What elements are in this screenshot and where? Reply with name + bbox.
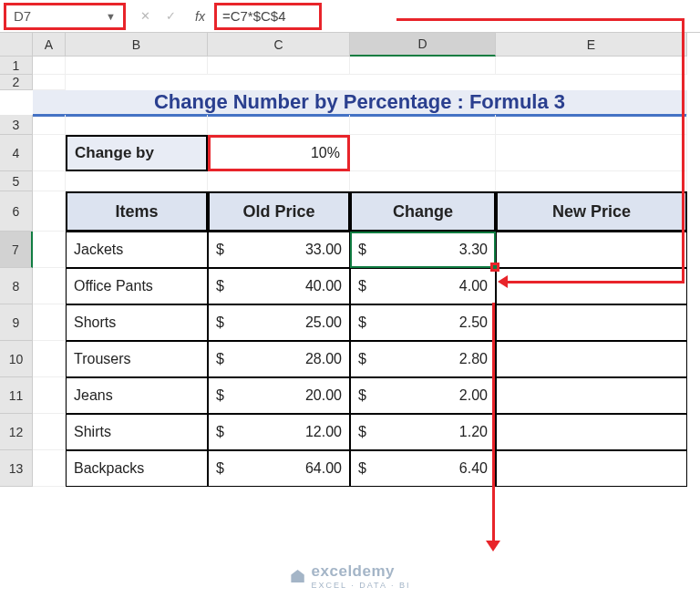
row-header-5[interactable]: 5 bbox=[0, 171, 33, 191]
spreadsheet-grid: A B C D E 1 2 Change Number by Percentag… bbox=[0, 33, 700, 487]
cell-change[interactable]: $2.80 bbox=[350, 341, 496, 377]
value: 2.00 bbox=[459, 387, 488, 404]
cell-item[interactable]: Shirts bbox=[66, 414, 208, 450]
cell-change[interactable]: $2.50 bbox=[350, 304, 496, 341]
fx-icon[interactable]: fx bbox=[190, 9, 211, 24]
watermark-main: exceldemy bbox=[312, 562, 411, 581]
cell-item[interactable]: Jackets bbox=[66, 232, 208, 268]
row-header-13[interactable]: 13 bbox=[0, 450, 33, 487]
value: 64.00 bbox=[305, 460, 342, 477]
cell-old-price[interactable]: $28.00 bbox=[208, 341, 350, 377]
cell-new-price[interactable] bbox=[496, 450, 687, 487]
title-cell[interactable]: Change Number by Percentage : Formula 3 bbox=[33, 90, 687, 117]
cell[interactable] bbox=[496, 115, 687, 135]
cell-old-price[interactable]: $40.00 bbox=[208, 268, 350, 304]
cell[interactable] bbox=[33, 171, 66, 191]
change-by-label[interactable]: Change by bbox=[66, 135, 208, 171]
currency-symbol: $ bbox=[216, 460, 224, 477]
cell-change[interactable]: $6.40 bbox=[350, 450, 496, 487]
cell[interactable] bbox=[33, 191, 66, 232]
cell[interactable] bbox=[66, 115, 208, 135]
cell[interactable] bbox=[33, 135, 66, 171]
cell-new-price[interactable] bbox=[496, 232, 687, 268]
col-header-B[interactable]: B bbox=[66, 33, 208, 57]
col-header-A[interactable]: A bbox=[33, 33, 66, 57]
cell[interactable] bbox=[33, 232, 66, 268]
cell[interactable] bbox=[496, 135, 687, 171]
cell-change-active[interactable]: $3.30 bbox=[350, 232, 496, 268]
cell-item[interactable]: Trousers bbox=[66, 341, 208, 377]
cell[interactable] bbox=[33, 304, 66, 341]
cell[interactable] bbox=[208, 171, 350, 191]
value: 1.20 bbox=[459, 424, 488, 440]
cell-old-price[interactable]: $20.00 bbox=[208, 377, 350, 414]
row-header-10[interactable]: 10 bbox=[0, 341, 33, 377]
value: 6.40 bbox=[459, 460, 488, 477]
currency-symbol: $ bbox=[216, 351, 224, 367]
row-header-6[interactable]: 6 bbox=[0, 191, 33, 232]
row-header-11[interactable]: 11 bbox=[0, 377, 33, 414]
cell[interactable] bbox=[66, 171, 208, 191]
cancel-icon[interactable]: ✕ bbox=[137, 8, 153, 25]
cell[interactable] bbox=[33, 414, 66, 450]
col-header-D[interactable]: D bbox=[350, 33, 496, 57]
cell[interactable] bbox=[208, 115, 350, 135]
cell-new-price[interactable] bbox=[496, 341, 687, 377]
row-header-3[interactable]: 3 bbox=[0, 115, 33, 135]
row-header-9[interactable]: 9 bbox=[0, 304, 33, 341]
cell-old-price[interactable]: $25.00 bbox=[208, 304, 350, 341]
cell-new-price[interactable] bbox=[496, 377, 687, 414]
cell[interactable] bbox=[33, 115, 66, 135]
cell-old-price[interactable]: $12.00 bbox=[208, 414, 350, 450]
cell-change[interactable]: $2.00 bbox=[350, 377, 496, 414]
value: 40.00 bbox=[305, 278, 342, 294]
name-box[interactable]: D7 ▼ bbox=[4, 3, 126, 30]
col-header-C[interactable]: C bbox=[208, 33, 350, 57]
cell-item[interactable]: Shorts bbox=[66, 304, 208, 341]
cell[interactable] bbox=[33, 57, 66, 75]
cell-old-price[interactable]: $64.00 bbox=[208, 450, 350, 487]
cell[interactable] bbox=[350, 135, 496, 171]
cell-new-price[interactable] bbox=[496, 414, 687, 450]
row-header-7[interactable]: 7 bbox=[0, 232, 33, 268]
cell[interactable] bbox=[33, 377, 66, 414]
change-by-value[interactable]: 10% bbox=[208, 135, 350, 171]
col-header-E[interactable]: E bbox=[496, 33, 687, 57]
cell[interactable] bbox=[33, 268, 66, 304]
th-old-price[interactable]: Old Price bbox=[208, 191, 350, 232]
row-header-8[interactable]: 8 bbox=[0, 268, 33, 304]
cell-old-price[interactable]: $33.00 bbox=[208, 232, 350, 268]
cell-change[interactable]: $4.00 bbox=[350, 268, 496, 304]
cell-new-price[interactable] bbox=[496, 304, 687, 341]
cell-new-price[interactable] bbox=[496, 268, 687, 304]
cell[interactable] bbox=[350, 115, 496, 135]
row-header-2[interactable]: 2 bbox=[0, 75, 33, 90]
select-all-corner[interactable] bbox=[0, 33, 33, 57]
row-header-1[interactable]: 1 bbox=[0, 57, 33, 75]
th-change[interactable]: Change bbox=[350, 191, 496, 232]
cell[interactable] bbox=[208, 57, 350, 75]
th-items[interactable]: Items bbox=[66, 191, 208, 232]
value: 25.00 bbox=[305, 314, 342, 331]
formula-input[interactable]: =C7*$C$4 bbox=[214, 3, 322, 30]
cell[interactable] bbox=[33, 341, 66, 377]
chevron-down-icon[interactable]: ▼ bbox=[106, 11, 116, 22]
cell[interactable] bbox=[66, 57, 208, 75]
cell[interactable] bbox=[350, 57, 496, 75]
cell-item[interactable]: Jeans bbox=[66, 377, 208, 414]
cell-item[interactable]: Office Pants bbox=[66, 268, 208, 304]
currency-symbol: $ bbox=[358, 242, 366, 258]
currency-symbol: $ bbox=[358, 314, 366, 331]
cell[interactable] bbox=[350, 171, 496, 191]
row-header-12[interactable]: 12 bbox=[0, 414, 33, 450]
cell[interactable] bbox=[496, 57, 687, 75]
enter-icon[interactable]: ✓ bbox=[162, 8, 179, 25]
row-header-4[interactable]: 4 bbox=[0, 135, 33, 171]
fill-handle[interactable] bbox=[490, 263, 499, 272]
cell[interactable] bbox=[33, 75, 66, 90]
cell-item[interactable]: Backpacks bbox=[66, 450, 208, 487]
cell-change[interactable]: $1.20 bbox=[350, 414, 496, 450]
cell[interactable] bbox=[496, 171, 687, 191]
cell[interactable] bbox=[33, 450, 66, 487]
th-new-price[interactable]: New Price bbox=[496, 191, 687, 232]
